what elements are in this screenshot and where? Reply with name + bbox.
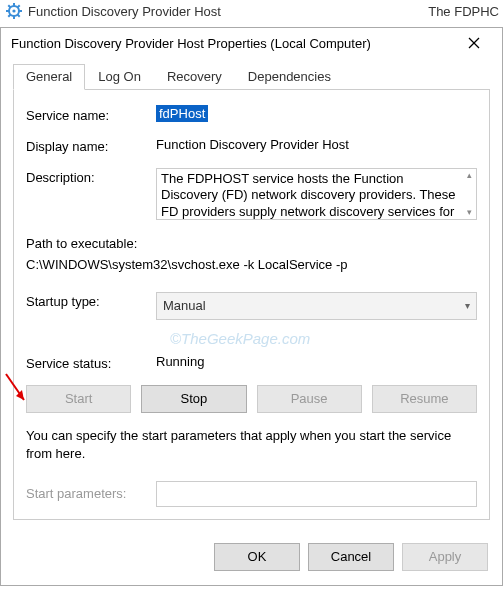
resume-button: Resume: [372, 385, 477, 413]
apply-button: Apply: [402, 543, 488, 571]
value-path: C:\WINDOWS\system32\svchost.exe -k Local…: [26, 255, 477, 276]
label-startup-type: Startup type:: [26, 292, 156, 309]
close-button[interactable]: [454, 29, 494, 57]
gear-icon: [6, 3, 22, 19]
stop-button-label: Stop: [181, 391, 208, 406]
resume-button-label: Resume: [400, 391, 448, 406]
value-service-name[interactable]: fdPHost: [156, 105, 208, 122]
properties-dialog: Function Discovery Provider Host Propert…: [0, 27, 503, 586]
scroll-down-icon[interactable]: ▾: [467, 206, 472, 219]
description-scrollbar[interactable]: ▴ ▾: [462, 169, 476, 219]
start-button: Start: [26, 385, 131, 413]
ok-button-label: OK: [248, 549, 267, 564]
value-description: The FDPHOST service hosts the Function D…: [161, 171, 456, 220]
tab-dependencies-label: Dependencies: [248, 69, 331, 84]
stop-button[interactable]: Stop: [141, 385, 246, 413]
tab-recovery-label: Recovery: [167, 69, 222, 84]
chevron-down-icon: ▾: [465, 300, 470, 311]
description-box[interactable]: The FDPHOST service hosts the Function D…: [156, 168, 477, 220]
svg-point-1: [12, 9, 15, 12]
svg-line-7: [18, 15, 20, 17]
value-display-name: Function Discovery Provider Host: [156, 137, 477, 152]
svg-line-9: [18, 5, 20, 7]
cancel-button[interactable]: Cancel: [308, 543, 394, 571]
svg-line-6: [8, 5, 10, 7]
pause-button: Pause: [257, 385, 362, 413]
start-parameters-hint: You can specify the start parameters tha…: [26, 427, 477, 463]
label-service-status: Service status:: [26, 354, 156, 371]
tab-panel-general: Service name: fdPHost Display name: Func…: [13, 89, 490, 520]
titlebar[interactable]: Function Discovery Provider Host Propert…: [1, 28, 502, 58]
tab-recovery[interactable]: Recovery: [154, 64, 235, 90]
apply-button-label: Apply: [429, 549, 462, 564]
label-display-name: Display name:: [26, 137, 156, 154]
tab-general[interactable]: General: [13, 64, 85, 90]
svg-line-8: [8, 15, 10, 17]
start-button-label: Start: [65, 391, 92, 406]
ok-button[interactable]: OK: [214, 543, 300, 571]
background-service-name: Function Discovery Provider Host: [28, 4, 221, 19]
cancel-button-label: Cancel: [331, 549, 371, 564]
value-service-status: Running: [156, 354, 477, 369]
label-path: Path to executable:: [26, 234, 477, 255]
startup-type-value: Manual: [163, 298, 206, 313]
tab-row: General Log On Recovery Dependencies: [13, 64, 490, 90]
background-services-row: Function Discovery Provider Host The FDP…: [0, 0, 503, 22]
background-description-fragment: The FDPHC: [428, 4, 503, 19]
tab-general-label: General: [26, 69, 72, 84]
dialog-title: Function Discovery Provider Host Propert…: [11, 36, 454, 51]
startup-type-select[interactable]: Manual ▾: [156, 292, 477, 320]
label-description: Description:: [26, 168, 156, 185]
tab-logon[interactable]: Log On: [85, 64, 154, 90]
start-parameters-input: [156, 481, 477, 507]
scroll-up-icon[interactable]: ▴: [467, 169, 472, 182]
pause-button-label: Pause: [291, 391, 328, 406]
label-service-name: Service name:: [26, 106, 156, 123]
label-start-parameters: Start parameters:: [26, 486, 156, 501]
close-icon: [468, 37, 480, 49]
tab-dependencies[interactable]: Dependencies: [235, 64, 344, 90]
tab-logon-label: Log On: [98, 69, 141, 84]
